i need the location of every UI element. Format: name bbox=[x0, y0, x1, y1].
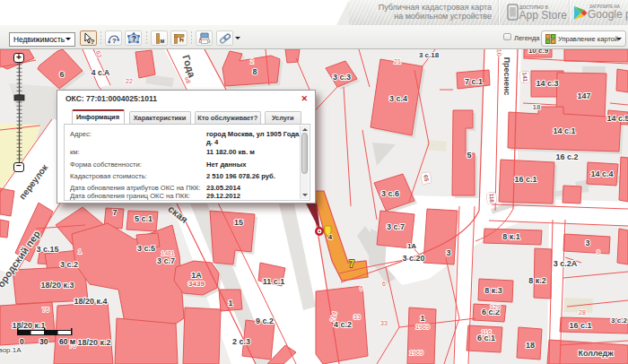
svg-text:28: 28 bbox=[579, 309, 586, 316]
svg-text:Колледж: Колледж bbox=[578, 349, 614, 358]
svg-text:18/20 к.3: 18/20 к.3 bbox=[40, 281, 74, 290]
svg-text:16 с.1: 16 с.1 bbox=[514, 175, 536, 184]
svg-text:1: 1 bbox=[228, 299, 232, 308]
svg-text:м: м bbox=[161, 38, 165, 44]
svg-text:3: 3 bbox=[585, 238, 589, 247]
svg-text:7: 7 bbox=[349, 258, 354, 269]
svg-text:1: 1 bbox=[78, 247, 83, 256]
svg-text:9: 9 bbox=[597, 249, 600, 256]
svg-text:3: 3 bbox=[446, 248, 450, 257]
svg-text:6: 6 bbox=[382, 281, 386, 287]
svg-text:3439: 3439 bbox=[188, 280, 205, 288]
svg-text:?: ? bbox=[112, 37, 117, 45]
svg-text:8 к.2: 8 к.2 bbox=[528, 276, 546, 285]
svg-text:1А: 1А bbox=[191, 271, 202, 280]
svg-text:60 м: 60 м bbox=[59, 337, 75, 346]
svg-text:3 с.3: 3 с.3 bbox=[333, 73, 351, 82]
svg-text:?: ? bbox=[91, 38, 95, 46]
svg-text:2 с.3: 2 с.3 bbox=[232, 337, 250, 346]
svg-text:10 с.9: 10 с.9 bbox=[528, 49, 549, 55]
svg-text:141: 141 bbox=[522, 72, 529, 82]
svg-text:14 с.5: 14 с.5 bbox=[606, 114, 628, 123]
svg-text:3 с.2: 3 с.2 bbox=[611, 316, 627, 325]
svg-text:18/20 к.2: 18/20 к.2 bbox=[77, 338, 110, 347]
svg-text:8: 8 bbox=[252, 67, 257, 76]
svg-text:3 с.7: 3 с.7 bbox=[157, 256, 175, 265]
svg-text:3 с.7: 3 с.7 bbox=[387, 222, 405, 231]
svg-text:116: 116 bbox=[489, 193, 496, 203]
svg-text:3 с.2: 3 с.2 bbox=[60, 260, 78, 269]
svg-text:?: ? bbox=[132, 34, 136, 43]
svg-text:16 с.1: 16 с.1 bbox=[569, 321, 591, 330]
svg-text:14 с.4: 14 с.4 bbox=[590, 169, 613, 178]
svg-text:4 с.А: 4 с.А bbox=[92, 68, 109, 77]
svg-text:0: 0 bbox=[20, 337, 24, 346]
svg-text:76: 76 bbox=[42, 307, 49, 313]
svg-text:21: 21 bbox=[394, 58, 401, 65]
svg-text:30: 30 bbox=[39, 337, 48, 346]
svg-text:7 с.1: 7 с.1 bbox=[465, 77, 483, 86]
svg-text:6: 6 bbox=[360, 285, 363, 291]
svg-text:3 с.6: 3 с.6 bbox=[381, 189, 399, 198]
svg-text:1: 1 bbox=[420, 314, 424, 323]
svg-text:18/20 к.4: 18/20 к.4 bbox=[74, 297, 107, 306]
svg-text:14 с.1: 14 с.1 bbox=[553, 126, 575, 135]
svg-text:4 с.2: 4 с.2 bbox=[334, 320, 352, 329]
svg-text:5 с.1: 5 с.1 bbox=[135, 214, 153, 223]
svg-text:147: 147 bbox=[577, 91, 590, 100]
svg-text:3 с.20: 3 с.20 bbox=[402, 254, 424, 263]
svg-text:3 с.15: 3 с.15 bbox=[36, 245, 58, 254]
svg-text:22: 22 bbox=[126, 78, 133, 84]
svg-text:6: 6 bbox=[59, 70, 64, 79]
svg-text:18: 18 bbox=[533, 103, 541, 111]
svg-text:Пресненс: Пресненс bbox=[502, 57, 511, 96]
svg-text:11 с.1: 11 с.1 bbox=[263, 277, 285, 286]
svg-text:16 с.2: 16 с.2 bbox=[555, 152, 578, 161]
svg-text:3 с.18: 3 с.18 bbox=[419, 51, 440, 59]
svg-text:1969: 1969 bbox=[415, 324, 430, 330]
svg-text:15: 15 bbox=[234, 218, 243, 227]
svg-text:9 с.2: 9 с.2 bbox=[256, 316, 274, 325]
svg-text:3 с.2А: 3 с.2А bbox=[554, 259, 578, 268]
svg-text:4: 4 bbox=[328, 233, 333, 241]
svg-text:8 к.1: 8 к.1 bbox=[502, 232, 520, 241]
svg-text:3 с.5: 3 с.5 bbox=[137, 244, 155, 253]
svg-text:33: 33 bbox=[380, 320, 388, 326]
svg-text:10: 10 bbox=[496, 49, 503, 56]
svg-text:Google play: Google play bbox=[588, 8, 628, 21]
svg-text:33: 33 bbox=[353, 314, 361, 320]
svg-text:129: 129 bbox=[490, 304, 501, 310]
svg-text:18: 18 bbox=[526, 341, 535, 350]
svg-text:2: 2 bbox=[250, 58, 254, 65]
svg-text:5: 5 bbox=[467, 151, 471, 160]
svg-text:1А: 1А bbox=[407, 242, 416, 250]
svg-text:App Store: App Store bbox=[519, 9, 568, 22]
svg-text:1481: 1481 bbox=[161, 250, 175, 256]
svg-text:8 к.3: 8 к.3 bbox=[484, 286, 502, 295]
svg-text:3 с.4: 3 с.4 bbox=[389, 94, 407, 103]
svg-text:7: 7 bbox=[112, 208, 117, 217]
svg-text:1969: 1969 bbox=[409, 350, 423, 356]
svg-text:14 с.3: 14 с.3 bbox=[536, 79, 558, 88]
svg-text:116: 116 bbox=[481, 329, 491, 335]
